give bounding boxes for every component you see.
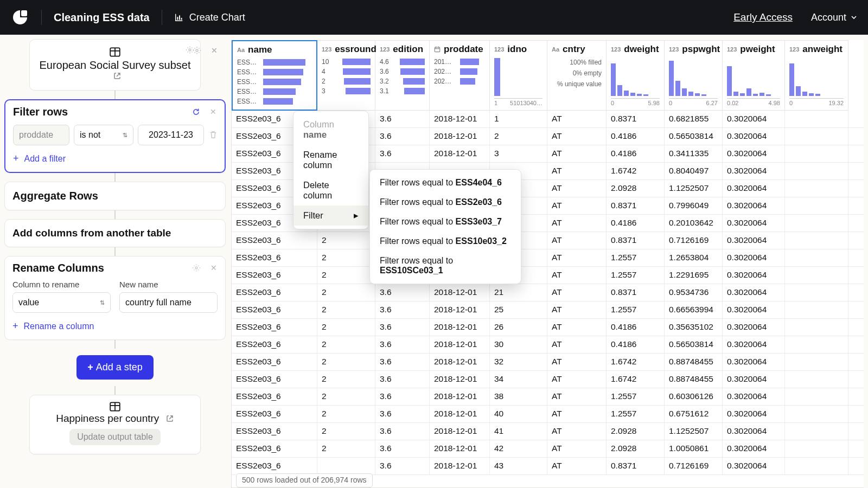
table-row[interactable]: ESS2e03_62AT1.25571.26538040.3020064 bbox=[232, 249, 864, 267]
table-row[interactable]: ESS2e03_63.62018-12-0143AT0.83710.712616… bbox=[232, 458, 864, 475]
cell-edition: 3.6 bbox=[375, 388, 430, 405]
column-header-essround[interactable]: 123essround10423 bbox=[317, 40, 375, 111]
column-header-pweight[interactable]: 123pweight0.024.98 bbox=[723, 40, 785, 111]
early-access-link[interactable]: Early Access bbox=[733, 11, 793, 23]
cell-edition: 3.6 bbox=[375, 406, 430, 422]
cell-cntry: AT bbox=[547, 128, 607, 145]
cell-edition: 3.6 bbox=[375, 128, 430, 145]
svg-point-8 bbox=[195, 267, 197, 269]
cell-pweight: 0.3020064 bbox=[723, 319, 785, 336]
filter-equal-option[interactable]: Filter rows equal to ESS10e03_2 bbox=[370, 232, 521, 251]
column-header-edition[interactable]: 123edition4.63.63.23.1 bbox=[375, 40, 430, 111]
table-icon bbox=[37, 401, 193, 413]
cell-dweight: 0.4186 bbox=[607, 215, 665, 232]
add-filter-link[interactable]: Add a filter bbox=[13, 153, 217, 164]
table-row[interactable]: ESS2e03_623.62018-12-0134AT1.67420.88748… bbox=[232, 371, 864, 388]
cell-edition: 3.6 bbox=[375, 440, 430, 457]
source-name: European Social Survey subset bbox=[39, 59, 190, 71]
add-step-button[interactable]: Add a step bbox=[76, 355, 154, 380]
gear-icon[interactable] bbox=[192, 46, 202, 55]
column-header-cntry[interactable]: Aacntry100% filled0% empty% unique value bbox=[547, 40, 607, 111]
cell-pweight: 0.3020064 bbox=[723, 284, 785, 301]
table-row[interactable]: ESS2e03_62AT0.83710.71261690.3020064 bbox=[232, 232, 864, 249]
cell-dweight: 2.0928 bbox=[607, 423, 665, 440]
close-icon[interactable] bbox=[209, 46, 219, 55]
refresh-icon[interactable] bbox=[192, 107, 201, 117]
cell-proddate: 2018-12-01 bbox=[430, 284, 490, 301]
filter-equal-option[interactable]: Filter rows equal to ESS3e03_7 bbox=[370, 212, 521, 232]
cell-cntry: AT bbox=[547, 371, 607, 388]
add-rename-link[interactable]: Rename a column bbox=[12, 320, 218, 332]
ctx-rename-column[interactable]: Rename column bbox=[293, 145, 368, 175]
table-row[interactable]: ESS2e03_623.62018-12-0140AT1.25570.67516… bbox=[232, 406, 864, 423]
ctx-delete-column[interactable]: Delete column bbox=[293, 175, 368, 206]
cell-cntry: AT bbox=[547, 336, 607, 353]
close-icon[interactable] bbox=[208, 107, 218, 117]
filter-equal-option[interactable]: Filter rows equal to ESS10SCe03_1 bbox=[370, 251, 521, 280]
table-row[interactable]: ESS2e03_623.62018-12-0120AT1.25571.22916… bbox=[232, 267, 864, 284]
column-header-dweight[interactable]: 123dweight05.98 bbox=[607, 40, 665, 111]
step-filter-rows[interactable]: Filter rows proddate is not ⇅ 2023-11-23… bbox=[4, 99, 226, 173]
gear-icon[interactable] bbox=[192, 263, 201, 273]
svg-rect-2 bbox=[179, 15, 180, 20]
table-row[interactable]: ESS2e03_623.62018-12-0130AT0.41860.56503… bbox=[232, 336, 864, 354]
table-row[interactable]: ESS2e03_623.62018-12-0125AT1.25570.66563… bbox=[232, 301, 864, 319]
cell-pweight: 0.3020064 bbox=[723, 249, 785, 266]
filter-operator-select[interactable]: is not ⇅ bbox=[74, 125, 133, 145]
cell-idno: 2 bbox=[490, 128, 547, 145]
cell-cntry: AT bbox=[547, 215, 607, 232]
cell-pspwght: 1.2653804 bbox=[665, 249, 723, 266]
update-output-button[interactable]: Update output table bbox=[69, 429, 161, 445]
add-filter-label: Add a filter bbox=[24, 154, 66, 164]
cell-pweight: 0.3020064 bbox=[723, 336, 785, 353]
column-header-idno[interactable]: 123idno151013040… bbox=[490, 40, 547, 111]
create-chart-button[interactable]: Create Chart bbox=[174, 12, 245, 23]
cell-essround: 2 bbox=[317, 249, 375, 266]
cell-dweight: 1.6742 bbox=[607, 163, 665, 179]
column-header-pspwght[interactable]: 123pspwght06.27 bbox=[665, 40, 723, 111]
cell-name: ESS2e03_6 bbox=[232, 301, 317, 318]
source-table-card[interactable]: European Social Survey subset bbox=[29, 39, 201, 91]
column-context-menu: Column name Rename column Delete column … bbox=[293, 111, 369, 229]
cell-pspwght: 0.6751612 bbox=[665, 406, 723, 422]
table-row[interactable]: ESS2e03_623.62018-12-0142AT2.09281.00508… bbox=[232, 440, 864, 458]
cell-dweight: 1.6742 bbox=[607, 354, 665, 370]
output-table-card[interactable]: Happiness per country Update output tabl… bbox=[29, 395, 201, 454]
table-row[interactable]: ESS2e03_623.62018-12-0121AT0.83710.95347… bbox=[232, 284, 864, 301]
step-join-table[interactable]: Add columns from another table bbox=[4, 219, 226, 247]
cell-dweight: 2.0928 bbox=[607, 180, 665, 197]
table-row[interactable]: ESS2e03_623.62018-12-0141AT2.09281.12525… bbox=[232, 423, 864, 440]
step-rename-columns[interactable]: Rename Columns Column to rename value ⇅ … bbox=[4, 256, 226, 340]
table-row[interactable]: ESS2e03_623.62018-12-0132AT1.67420.88748… bbox=[232, 354, 864, 371]
cell-essround: 2 bbox=[317, 301, 375, 318]
close-icon[interactable] bbox=[209, 263, 219, 273]
column-header-anweight[interactable]: 123anweight019.32 bbox=[785, 40, 848, 111]
trash-icon[interactable] bbox=[208, 130, 218, 140]
cell-essround: 2 bbox=[317, 336, 375, 353]
rename-new-input[interactable]: country full name bbox=[119, 292, 218, 313]
cell-anweight bbox=[785, 267, 848, 284]
filter-value-input[interactable]: 2023-11-23 bbox=[138, 125, 204, 145]
column-header-proddate[interactable]: proddate201…202…202… bbox=[430, 40, 490, 111]
cell-pspwght: 0.66563994 bbox=[665, 301, 723, 318]
app-logo[interactable] bbox=[11, 8, 29, 27]
cell-proddate: 2018-12-01 bbox=[430, 128, 490, 145]
filter-equal-option[interactable]: Filter rows equal to ESS4e04_6 bbox=[370, 173, 521, 192]
cell-pspwght: 0.3411335 bbox=[665, 145, 723, 162]
ctx-filter[interactable]: Filter ▸ bbox=[293, 206, 368, 226]
cell-cntry: AT bbox=[547, 267, 607, 284]
cell-proddate: 2018-12-01 bbox=[430, 319, 490, 336]
column-header-name[interactable]: AanameESS4e…ESS2e…ESS3e…ESS10…ESS10… bbox=[232, 40, 317, 111]
step-aggregate-rows[interactable]: Aggregate Rows bbox=[4, 182, 226, 210]
cell-pweight: 0.3020064 bbox=[723, 232, 785, 249]
cell-anweight bbox=[785, 458, 848, 474]
account-menu[interactable]: Account bbox=[811, 12, 857, 23]
filter-field-input[interactable]: proddate bbox=[13, 125, 69, 145]
table-row[interactable]: ESS2e03_623.62018-12-0138AT1.25570.60306… bbox=[232, 388, 864, 406]
filter-equal-option[interactable]: Filter rows equal to ESS2e03_6 bbox=[370, 192, 521, 212]
plus-icon bbox=[13, 153, 19, 164]
cell-proddate: 2018-12-01 bbox=[430, 388, 490, 405]
rename-column-select[interactable]: value ⇅ bbox=[12, 292, 111, 313]
table-row[interactable]: ESS2e03_623.62018-12-0126AT0.41860.35635… bbox=[232, 319, 864, 336]
cell-cntry: AT bbox=[547, 284, 607, 301]
